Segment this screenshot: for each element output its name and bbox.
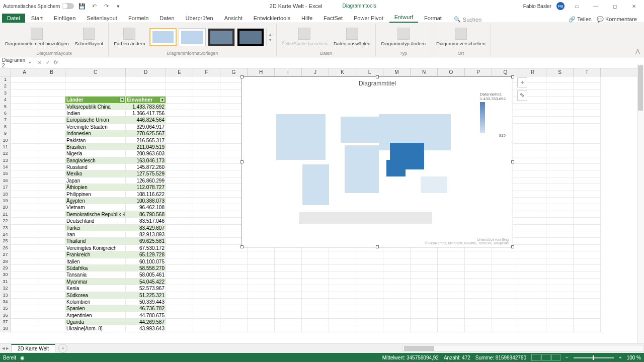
change-chart-type-button[interactable]: Diagrammtyp ändern bbox=[379, 27, 428, 47]
cell[interactable] bbox=[546, 117, 574, 123]
cell[interactable] bbox=[574, 285, 601, 292]
cell[interactable] bbox=[38, 225, 65, 231]
column-header[interactable]: F bbox=[193, 68, 220, 76]
cell[interactable] bbox=[275, 285, 302, 292]
close-icon[interactable]: ✕ bbox=[627, 2, 641, 10]
cell[interactable] bbox=[519, 312, 546, 319]
cell[interactable] bbox=[492, 312, 519, 319]
cell[interactable] bbox=[248, 265, 275, 272]
ribbon-mode-icon[interactable]: ▭ bbox=[570, 2, 584, 10]
cell[interactable] bbox=[65, 83, 126, 89]
worksheet-grid[interactable]: ABCDEFGHIJKLMNOPQRST 1234Länder▾Einwohne… bbox=[0, 68, 644, 340]
sheet-tab[interactable]: 2D Karte Welt bbox=[11, 344, 55, 352]
cell[interactable] bbox=[519, 124, 546, 130]
cell[interactable] bbox=[383, 272, 411, 278]
cell[interactable]: 216.565.317 bbox=[126, 137, 166, 144]
column-header[interactable]: T bbox=[574, 68, 601, 76]
cell[interactable] bbox=[11, 90, 38, 97]
cell[interactable] bbox=[546, 170, 574, 177]
cell[interactable] bbox=[193, 245, 220, 251]
cell[interactable] bbox=[574, 144, 601, 150]
column-header[interactable]: E bbox=[166, 68, 193, 76]
cell[interactable] bbox=[519, 157, 546, 164]
cell[interactable] bbox=[383, 312, 411, 319]
minimize-icon[interactable]: — bbox=[589, 2, 603, 10]
zoom-out-icon[interactable]: − bbox=[566, 355, 569, 360]
cell[interactable]: Kolumbien bbox=[65, 299, 126, 305]
cell[interactable] bbox=[193, 90, 220, 97]
cell[interactable] bbox=[574, 83, 601, 89]
cell[interactable] bbox=[546, 198, 574, 204]
cell[interactable] bbox=[65, 76, 126, 83]
cell[interactable] bbox=[465, 265, 492, 272]
row-header[interactable]: 3 bbox=[0, 90, 11, 97]
collapse-ribbon-icon[interactable]: ⋀ bbox=[631, 46, 644, 57]
cell[interactable] bbox=[220, 299, 248, 305]
cell[interactable]: 1.433.783.692 bbox=[126, 104, 166, 110]
cell[interactable] bbox=[465, 251, 492, 258]
cell[interactable] bbox=[166, 164, 193, 170]
cell[interactable]: 58.558.270 bbox=[126, 265, 166, 272]
cell[interactable] bbox=[411, 285, 438, 292]
cell[interactable] bbox=[11, 225, 38, 231]
cell[interactable] bbox=[546, 104, 574, 110]
cell[interactable]: 50.339.443 bbox=[126, 299, 166, 305]
vertical-scrollbar[interactable] bbox=[637, 64, 644, 343]
cell[interactable] bbox=[166, 279, 193, 285]
tab-entwurf[interactable]: Entwurf bbox=[389, 13, 418, 23]
cell[interactable] bbox=[492, 279, 519, 285]
cell[interactable] bbox=[546, 299, 574, 305]
cell[interactable]: Frankreich bbox=[65, 251, 126, 258]
cell[interactable] bbox=[356, 251, 383, 258]
cell[interactable] bbox=[166, 117, 193, 123]
cell[interactable] bbox=[38, 170, 65, 177]
row-header[interactable]: 36 bbox=[0, 312, 11, 319]
resize-handle[interactable] bbox=[240, 160, 244, 163]
cell[interactable]: Vereinigte Staaten bbox=[65, 124, 126, 130]
chart-style-2[interactable] bbox=[179, 28, 206, 46]
cell[interactable] bbox=[329, 305, 356, 312]
cell[interactable] bbox=[574, 191, 601, 198]
cell[interactable] bbox=[193, 251, 220, 258]
cell[interactable] bbox=[193, 319, 220, 325]
cell[interactable] bbox=[11, 285, 38, 292]
cell[interactable] bbox=[329, 312, 356, 319]
cell[interactable]: 52.573.967 bbox=[126, 285, 166, 292]
cell[interactable] bbox=[438, 312, 465, 319]
cell[interactable] bbox=[465, 292, 492, 299]
cell[interactable]: 108.116.622 bbox=[126, 191, 166, 198]
cell[interactable] bbox=[11, 299, 38, 305]
cell[interactable] bbox=[166, 265, 193, 272]
resize-handle[interactable] bbox=[240, 75, 244, 78]
cell[interactable] bbox=[546, 177, 574, 184]
cell[interactable] bbox=[220, 305, 248, 312]
chart-style-4[interactable] bbox=[237, 28, 264, 46]
cell[interactable] bbox=[166, 144, 193, 150]
cell[interactable] bbox=[193, 110, 220, 117]
cell[interactable] bbox=[519, 104, 546, 110]
cell[interactable] bbox=[38, 265, 65, 272]
cell[interactable]: 83.429.607 bbox=[126, 225, 166, 231]
cell[interactable]: Tansania bbox=[65, 272, 126, 278]
cell[interactable] bbox=[166, 83, 193, 89]
cell[interactable] bbox=[438, 299, 465, 305]
cell[interactable] bbox=[329, 265, 356, 272]
cell[interactable]: Äthiopien bbox=[65, 184, 126, 191]
cell[interactable] bbox=[275, 265, 302, 272]
row-header[interactable]: 1 bbox=[0, 76, 11, 83]
cell[interactable]: Einwohner▾ bbox=[126, 97, 166, 103]
change-colors-button[interactable]: Farben ändern bbox=[112, 27, 147, 47]
cell[interactable] bbox=[11, 265, 38, 272]
cell[interactable] bbox=[356, 299, 383, 305]
name-box[interactable]: Diagramm 2▼ bbox=[0, 57, 34, 68]
column-header[interactable]: R bbox=[519, 68, 546, 76]
cell[interactable] bbox=[492, 319, 519, 325]
cell[interactable] bbox=[546, 238, 574, 244]
cell[interactable] bbox=[166, 251, 193, 258]
cell[interactable] bbox=[166, 170, 193, 177]
cell[interactable] bbox=[38, 292, 65, 299]
cell[interactable] bbox=[356, 285, 383, 292]
cell[interactable] bbox=[193, 258, 220, 265]
cell[interactable] bbox=[302, 299, 329, 305]
chart-style-gallery[interactable]: ▴▾ bbox=[149, 28, 273, 46]
